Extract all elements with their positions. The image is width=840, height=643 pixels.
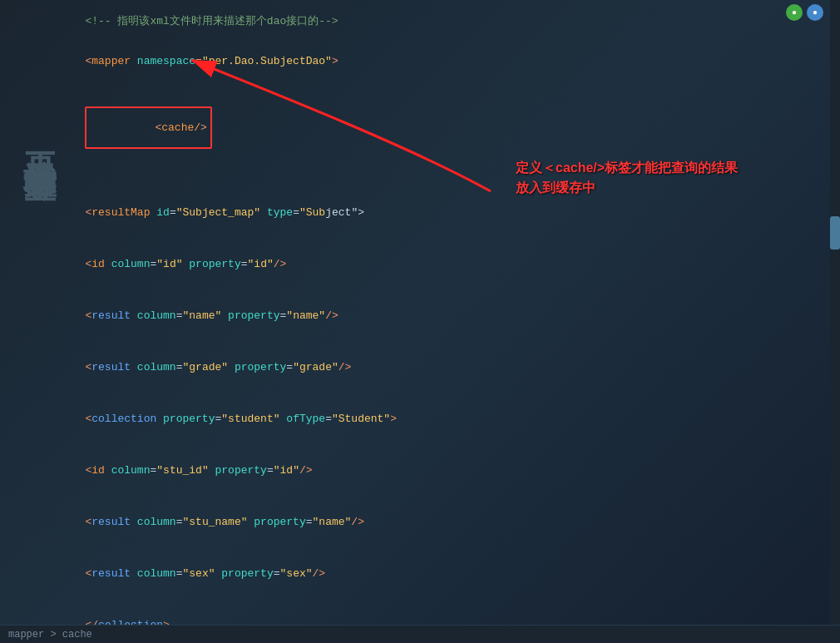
si-prop-attr: property — [215, 464, 267, 477]
sn-col-attr: column — [137, 516, 176, 528]
top-icons: ● ● — [786, 4, 823, 21]
status-text: mapper > cache — [8, 629, 92, 641]
rg-close: /> — [338, 361, 352, 373]
col-prop-val: "student" — [221, 413, 279, 425]
sn-close: /> — [351, 516, 364, 528]
blue-icon: ● — [807, 4, 823, 21]
line-content-col: <collection property="student" ofType="S… — [25, 388, 840, 438]
rm-type-cont: ject"> — [325, 206, 364, 219]
sx-result-kw: result — [91, 567, 131, 580]
comment-text: <!-- 指明该xml文件时用来描述那个dao接口的--> — [85, 15, 338, 27]
line-empty-1 — [0, 162, 840, 181]
attr-namespace: namespace — [137, 55, 195, 67]
id-col-val: "id" — [156, 258, 182, 270]
code-area[interactable]: <!-- 指明该xml文件时用来描述那个dao接口的--> <mapper na… — [0, 0, 840, 643]
tag-mapper-name: mapper — [91, 55, 131, 67]
id-prop-attr: property — [189, 258, 240, 270]
line-content-sn: <result column="stu_name" property="name… — [25, 491, 840, 541]
si-col-attr: column — [111, 464, 151, 477]
sn-prop-val: "name" — [313, 516, 352, 528]
line-content-rg: <result column="grade" property="grade"/… — [25, 336, 840, 386]
green-icon: ● — [786, 4, 803, 21]
line-content-rm: <resultMap id="Subject_map" type="Subjec… — [25, 181, 840, 231]
line-content-cache: <cache/> — [25, 82, 840, 161]
line-2: <mapper namespace="per.Dao.SubjectDao"> — [0, 42, 840, 81]
line-result-name: <result column="name" property="name"/> — [0, 284, 840, 335]
sx-close: /> — [313, 567, 326, 580]
status-bar: mapper > cache — [0, 625, 840, 643]
si-close: /> — [299, 464, 313, 477]
rg-prop-val: "grade" — [293, 361, 338, 373]
id-col-attr: column — [111, 258, 151, 270]
sx-col-attr: column — [137, 567, 176, 580]
editor-container: 王品竣鑫鉴 ● ● <!-- 指明该xml文件时用来描述那个dao接口的--> … — [0, 0, 840, 643]
line-sex: <result column="sex" property="sex"/> — [0, 542, 840, 593]
line-content-id: <id column="id" property="id"/> — [25, 233, 840, 283]
rg-result-kw: result — [91, 361, 131, 373]
rg-col-attr: column — [137, 361, 176, 373]
rg-prop-attr: property — [235, 361, 286, 373]
line-stu-id: <id column="stu_id" property="id"/> — [0, 438, 840, 490]
col-oftype-val: "Student" — [332, 413, 390, 425]
cache-tag-close: /> — [194, 121, 207, 134]
line-resultmap: <resultMap id="Subject_map" type="Subjec… — [0, 181, 840, 232]
si-col-val: "stu_id" — [156, 464, 208, 477]
line-content-2: <mapper namespace="per.Dao.SubjectDao"> — [25, 42, 840, 80]
sx-prop-val: "sex" — [280, 567, 313, 580]
cache-tag-name: cache — [161, 121, 194, 134]
rm-id-val: "Subject_map" — [176, 206, 260, 219]
cache-element: <cache/> — [85, 106, 211, 149]
rn-close: /> — [325, 309, 338, 322]
line-result-grade: <result column="grade" property="grade"/… — [0, 335, 840, 387]
line-collection: <collection property="student" ofType="S… — [0, 387, 840, 438]
line-content-rn: <result column="name" property="name"/> — [25, 284, 840, 334]
rn-prop-attr: property — [228, 309, 279, 322]
si-prop-val: "id" — [274, 464, 299, 477]
col-oftype-attr: ofType — [286, 413, 325, 425]
id-tag: id — [91, 258, 105, 270]
col-prop-attr: property — [163, 413, 215, 425]
line-1: <!-- 指明该xml文件时用来描述那个dao接口的--> — [0, 0, 840, 42]
rn-prop-val: "name" — [286, 309, 325, 322]
sx-prop-attr: property — [221, 567, 273, 580]
rn-col-val: "name" — [182, 309, 221, 322]
scrollbar-right[interactable] — [830, 0, 840, 643]
rm-type-attr: type — [267, 206, 293, 219]
sx-col-val: "sex" — [182, 567, 215, 580]
tag-mapper-close: > — [332, 55, 338, 67]
col-close: > — [390, 413, 397, 425]
rm-id-attr: id — [156, 206, 170, 219]
sn-result-kw: result — [91, 516, 131, 528]
line-content-sx: <result column="sex" property="sex"/> — [25, 542, 840, 592]
rn-result-kw: result — [91, 309, 131, 322]
sn-col-val: "stu_name" — [182, 516, 247, 528]
line-cache: <cache/> — [0, 81, 840, 162]
id-close: /> — [274, 258, 287, 270]
line-stu-name: <result column="stu_name" property="name… — [0, 490, 840, 542]
line-content-si: <id column="stu_id" property="id"/> — [25, 439, 840, 489]
equals: = — [195, 55, 202, 67]
sn-prop-attr: property — [254, 516, 305, 528]
rg-col-val: "grade" — [182, 361, 228, 373]
rn-col-attr: column — [137, 309, 176, 322]
line-id: <id column="id" property="id"/> — [0, 232, 840, 284]
rm-name: resultMap — [91, 206, 150, 219]
rm-type-val: "Sub — [299, 206, 325, 219]
id-prop-val: "id" — [248, 258, 274, 270]
line-content-e1 — [25, 166, 840, 178]
line-content-1: <!-- 指明该xml文件时用来描述那个dao接口的--> — [25, 1, 840, 41]
si-id-tag: id — [91, 464, 105, 477]
scrollbar-thumb[interactable] — [830, 216, 840, 250]
namespace-value: "per.Dao.SubjectDao" — [202, 55, 332, 67]
col-kw: collection — [91, 413, 156, 425]
